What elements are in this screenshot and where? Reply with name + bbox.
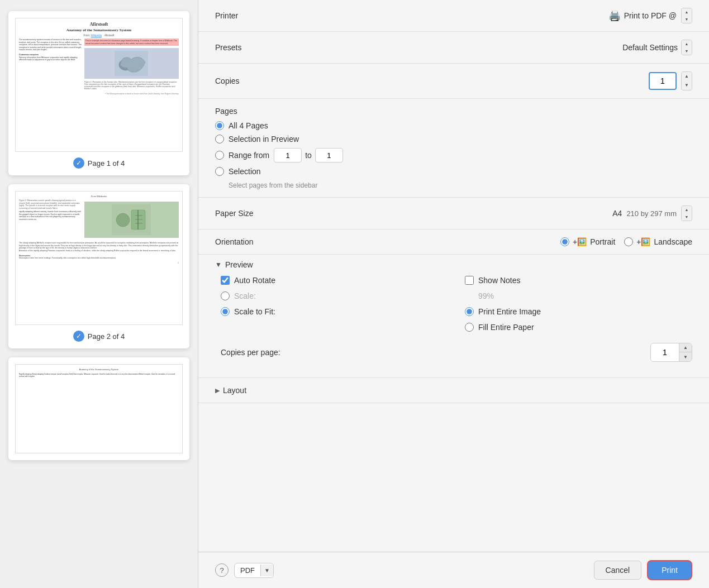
show-notes-label[interactable]: Show Notes xyxy=(478,276,520,285)
show-notes-checkbox[interactable] xyxy=(465,276,474,285)
pages-selection-radio[interactable] xyxy=(215,167,224,176)
fill-entire-label[interactable]: Fill Entire Paper xyxy=(478,323,534,332)
copies-per-page-spinners: ▲ ▼ xyxy=(679,343,692,361)
portrait-label[interactable]: Portrait xyxy=(590,237,615,246)
printer-up-btn[interactable]: ▲ xyxy=(682,8,692,16)
fill-paper-spacer xyxy=(221,323,442,332)
pdf-button[interactable]: PDF xyxy=(235,563,260,577)
paper-size-up-btn[interactable]: ▲ xyxy=(682,206,692,213)
bottom-bar: ? PDF ▼ Cancel Print xyxy=(198,552,709,588)
printer-value: 🖨️ Print to PDF @ xyxy=(608,9,677,22)
selection-hint: Select pages from the sidebar xyxy=(229,181,692,189)
pages-selection-preview-row: Selection in Preview xyxy=(215,135,692,144)
pages-range-label[interactable]: Range from xyxy=(229,151,269,160)
copies-per-page-wrap: ▲ ▼ xyxy=(650,343,692,362)
settings-panel: Printer 🖨️ Print to PDF @ ▲ ▼ Presets De… xyxy=(198,0,709,588)
fill-entire-radio[interactable] xyxy=(465,323,474,332)
printer-down-btn[interactable]: ▼ xyxy=(682,16,692,23)
pages-selection-preview-label[interactable]: Selection in Preview xyxy=(229,135,299,144)
printer-stepper[interactable]: ▲ ▼ xyxy=(681,8,692,23)
page-2-label: ✓ Page 2 of 4 xyxy=(15,331,183,342)
show-notes-item: Show Notes xyxy=(465,276,687,285)
pages-radio-group: All 4 Pages Selection in Preview Range f… xyxy=(215,121,692,189)
page-3-thumb[interactable]: Anatomy of the Somatosensory System Rapi… xyxy=(8,357,189,460)
copies-per-page-label: Copies per page: xyxy=(221,348,280,357)
print-button[interactable]: Print xyxy=(647,560,692,580)
copies-up-btn[interactable]: ▲ xyxy=(682,72,692,81)
pages-range-radio[interactable] xyxy=(215,151,224,160)
print-entire-image-item: Print Entire Image xyxy=(465,307,687,316)
orientation-row: Orientation +🖼️ Portrait +🖼️ Landscape xyxy=(198,230,709,255)
copies-per-page-up-btn[interactable]: ▲ xyxy=(679,343,692,352)
page-2-thumb[interactable]: From Wikibooks Figure 2: Mammalian muscl… xyxy=(8,184,189,348)
page-2-check: ✓ xyxy=(73,331,84,342)
layout-section: ▶ Layout xyxy=(198,378,709,403)
landscape-radio[interactable] xyxy=(624,237,633,246)
page1-logo: Afirstsoft xyxy=(19,22,179,27)
scale-value: 99% xyxy=(478,291,494,300)
copies-down-btn[interactable]: ▼ xyxy=(682,81,692,90)
range-to-label: to xyxy=(305,151,312,160)
page-1-thumb[interactable]: Afirstsoft Anatomy of the Somatosensory … xyxy=(8,11,189,175)
svg-point-3 xyxy=(116,213,130,227)
paper-size-stepper[interactable]: ▲ ▼ xyxy=(681,205,692,221)
pdf-dropdown[interactable]: PDF ▼ xyxy=(234,563,274,578)
presets-up-btn[interactable]: ▲ xyxy=(682,40,692,47)
pdf-chevron-icon[interactable]: ▼ xyxy=(260,565,273,576)
page-1-label: ✓ Page 1 of 4 xyxy=(15,157,183,169)
pages-all-label[interactable]: All 4 Pages xyxy=(229,121,268,130)
range-from-input[interactable] xyxy=(274,148,302,162)
copies-per-page-input[interactable] xyxy=(651,343,679,361)
pages-range-row: Range from to xyxy=(215,148,692,162)
preview-header[interactable]: ▼ Preview xyxy=(215,260,692,269)
scale-to-fit-label[interactable]: Scale to Fit: xyxy=(234,307,275,316)
copies-per-page-row: Copies per page: ▲ ▼ xyxy=(215,336,692,369)
auto-rotate-checkbox[interactable] xyxy=(221,276,230,285)
auto-rotate-label[interactable]: Auto Rotate xyxy=(234,276,275,285)
pages-selection-label[interactable]: Selection xyxy=(229,167,261,176)
orientation-options: +🖼️ Portrait +🖼️ Landscape xyxy=(560,237,692,246)
cancel-button[interactable]: Cancel xyxy=(594,561,642,580)
orientation-label: Orientation xyxy=(215,237,277,246)
scale-label[interactable]: Scale: xyxy=(234,291,256,300)
scale-item: Scale: xyxy=(221,291,442,300)
pages-section: Pages All 4 Pages Selection in Preview R… xyxy=(198,99,709,198)
scale-to-fit-radio[interactable] xyxy=(221,307,230,316)
landscape-label[interactable]: Landscape xyxy=(654,237,692,246)
copies-stepper[interactable]: ▲ ▼ xyxy=(681,71,692,90)
presets-label: Presets xyxy=(215,43,277,52)
pages-all-row: All 4 Pages xyxy=(215,121,692,130)
presets-stepper[interactable]: ▲ ▼ xyxy=(681,40,692,55)
copies-value-wrap: ▲ ▼ xyxy=(649,71,692,90)
scale-radio[interactable] xyxy=(221,291,230,300)
auto-rotate-item: Auto Rotate xyxy=(221,276,442,285)
paper-size-value: A4 210 by 297 mm ▲ ▼ xyxy=(612,205,692,221)
scale-value-item: 99% xyxy=(465,291,687,300)
landscape-option: +🖼️ Landscape xyxy=(624,237,692,246)
page1-from: From: Wikipedia Afirstsoft xyxy=(19,34,179,37)
copies-input[interactable] xyxy=(649,72,677,90)
paper-size-down-btn[interactable]: ▼ xyxy=(682,213,692,221)
pages-label: Pages xyxy=(215,107,692,116)
pages-selection-preview-radio[interactable] xyxy=(215,135,224,144)
printer-label: Printer xyxy=(215,11,277,20)
print-entire-radio[interactable] xyxy=(465,307,474,316)
thumbnail-panel: Afirstsoft Anatomy of the Somatosensory … xyxy=(0,0,198,588)
portrait-radio[interactable] xyxy=(560,237,569,246)
range-inputs: to xyxy=(274,148,343,162)
page-2-content: From Wikibooks Figure 2: Mammalian muscl… xyxy=(15,191,183,325)
print-entire-label[interactable]: Print Entire Image xyxy=(478,307,541,316)
pages-all-radio[interactable] xyxy=(215,121,224,130)
copies-label: Copies xyxy=(215,77,277,85)
page-1-check: ✓ xyxy=(73,157,84,169)
presets-down-btn[interactable]: ▼ xyxy=(682,47,692,55)
printer-icon: 🖨️ xyxy=(608,9,621,22)
paper-size-label: Paper Size xyxy=(215,209,277,218)
presets-row: Presets Default Settings ▲ ▼ xyxy=(198,32,709,64)
paper-size-row: Paper Size A4 210 by 297 mm ▲ ▼ xyxy=(198,198,709,230)
copies-per-page-down-btn[interactable]: ▼ xyxy=(679,352,692,361)
pages-selection-row: Selection xyxy=(215,167,692,176)
layout-header[interactable]: ▶ Layout xyxy=(215,386,692,395)
range-to-input[interactable] xyxy=(315,148,343,162)
help-button[interactable]: ? xyxy=(215,563,229,577)
